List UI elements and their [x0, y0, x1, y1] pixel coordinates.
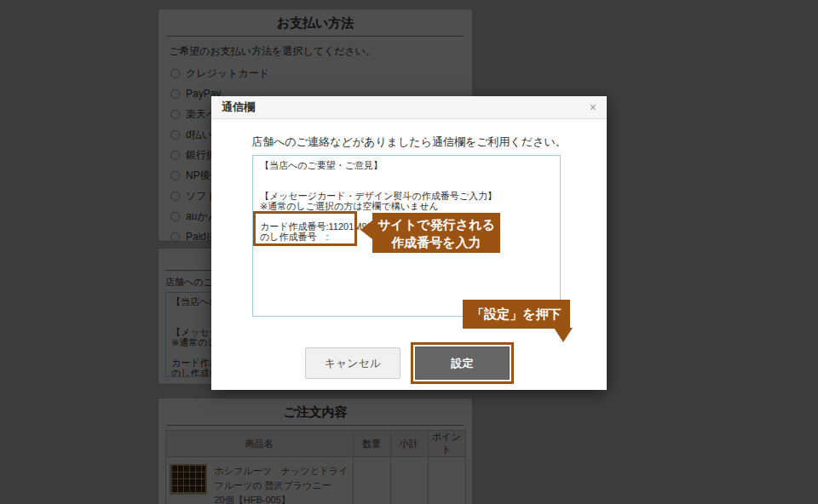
callout-arrow-down-icon: [554, 328, 573, 342]
callout-text-line2: 作成番号を入力: [391, 233, 481, 251]
submit-callout: 「設定」を押下: [463, 300, 570, 329]
callout-arrow-left-icon: [360, 220, 372, 239]
submit-button[interactable]: 設定: [415, 346, 510, 380]
modal-header: 通信欄 ×: [211, 96, 607, 119]
modal-instruction: 店舗へのご連絡などがありましたら通信欄をご利用ください。: [211, 135, 607, 150]
callout-text-line1: サイトで発行される: [377, 215, 494, 233]
callout-text: 「設定」を押下: [471, 306, 561, 323]
checkout-page: お支払い方法 ご希望のお支払い方法を選択してください。 クレジットカード Pay…: [0, 0, 818, 504]
close-icon[interactable]: ×: [590, 101, 596, 113]
cancel-button[interactable]: キャンセル: [305, 347, 400, 379]
submit-button-highlight-box: 設定: [411, 342, 514, 384]
creation-number-callout: サイトで発行される 作成番号を入力: [372, 213, 500, 253]
modal-title: 通信欄: [222, 100, 255, 115]
